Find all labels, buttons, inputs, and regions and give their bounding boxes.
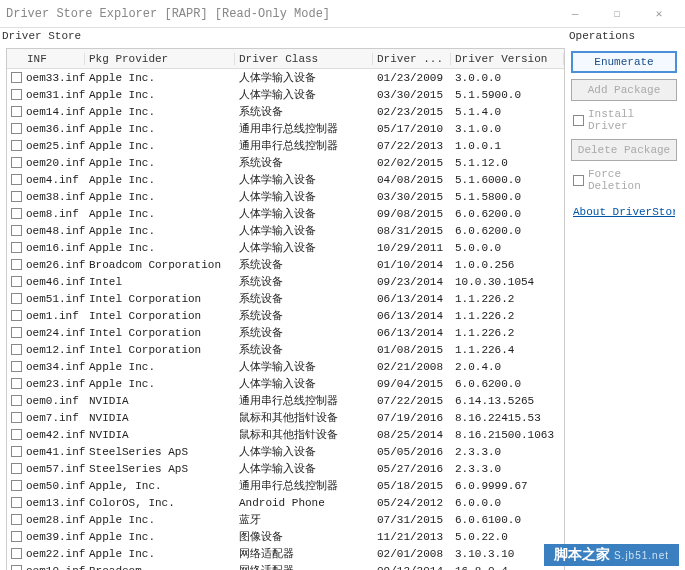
cell-version: 5.1.12.0 [451, 157, 564, 169]
force-deletion-checkbox[interactable] [573, 175, 584, 186]
cell-inf: oem14.inf [26, 106, 85, 118]
row-checkbox[interactable] [11, 395, 22, 406]
row-checkbox[interactable] [11, 140, 22, 151]
table-row[interactable]: oem33.infApple Inc.人体学输入设备01/23/20093.0.… [7, 69, 564, 86]
cell-class: 系统设备 [235, 308, 373, 323]
row-checkbox[interactable] [11, 497, 22, 508]
cell-class: 人体学输入设备 [235, 223, 373, 238]
cell-version: 6.0.6200.0 [451, 208, 564, 220]
row-checkbox[interactable] [11, 157, 22, 168]
footer-brand-text: 脚本之家 [554, 546, 610, 564]
row-checkbox[interactable] [11, 208, 22, 219]
row-checkbox[interactable] [11, 446, 22, 457]
cell-inf: oem8.inf [26, 208, 79, 220]
table-row[interactable]: oem41.infSteelSeries ApS人体学输入设备05/05/201… [7, 443, 564, 460]
cell-class: 人体学输入设备 [235, 87, 373, 102]
list-body[interactable]: oem33.infApple Inc.人体学输入设备01/23/20093.0.… [7, 69, 564, 570]
cell-inf: oem16.inf [26, 242, 85, 254]
row-checkbox[interactable] [11, 191, 22, 202]
cell-date: 09/08/2015 [373, 208, 451, 220]
cell-provider: Apple Inc. [85, 191, 235, 203]
table-row[interactable]: oem28.infApple Inc.蓝牙07/31/20156.0.6100.… [7, 511, 564, 528]
table-row[interactable]: oem14.infApple Inc.系统设备02/23/20155.1.4.0 [7, 103, 564, 120]
table-row[interactable]: oem20.infApple Inc.系统设备02/02/20155.1.12.… [7, 154, 564, 171]
force-deletion-option[interactable]: Force Deletion [573, 168, 675, 192]
table-row[interactable]: oem22.infApple Inc.网络适配器02/01/20083.10.3… [7, 545, 564, 562]
row-checkbox[interactable] [11, 174, 22, 185]
cell-inf: oem57.inf [26, 463, 85, 475]
row-checkbox[interactable] [11, 514, 22, 525]
row-checkbox[interactable] [11, 89, 22, 100]
row-checkbox[interactable] [11, 242, 22, 253]
row-checkbox[interactable] [11, 259, 22, 270]
cell-class: 鼠标和其他指针设备 [235, 410, 373, 425]
row-checkbox[interactable] [11, 225, 22, 236]
row-checkbox[interactable] [11, 531, 22, 542]
row-checkbox[interactable] [11, 327, 22, 338]
table-row[interactable]: oem50.infApple, Inc.通用串行总线控制器05/18/20156… [7, 477, 564, 494]
row-checkbox[interactable] [11, 123, 22, 134]
table-row[interactable]: oem10.infBroadcom网络适配器09/12/201416.8.0.4 [7, 562, 564, 570]
row-checkbox[interactable] [11, 310, 22, 321]
row-checkbox[interactable] [11, 72, 22, 83]
cell-provider: Apple Inc. [85, 225, 235, 237]
cell-date: 05/18/2015 [373, 480, 451, 492]
column-header-inf[interactable]: INF [7, 53, 85, 65]
table-row[interactable]: oem31.infApple Inc.人体学输入设备03/30/20155.1.… [7, 86, 564, 103]
table-row[interactable]: oem46.infIntel系统设备09/23/201410.0.30.1054 [7, 273, 564, 290]
table-row[interactable]: oem25.infApple Inc.通用串行总线控制器07/22/20131.… [7, 137, 564, 154]
table-row[interactable]: oem23.infApple Inc.人体学输入设备09/04/20156.0.… [7, 375, 564, 392]
cell-class: 人体学输入设备 [235, 70, 373, 85]
row-checkbox[interactable] [11, 344, 22, 355]
row-checkbox[interactable] [11, 378, 22, 389]
delete-package-button[interactable]: Delete Package [571, 139, 677, 161]
table-row[interactable]: oem39.infApple Inc.图像设备11/21/20135.0.22.… [7, 528, 564, 545]
table-row[interactable]: oem16.infApple Inc.人体学输入设备10/29/20115.0.… [7, 239, 564, 256]
cell-inf: oem46.inf [26, 276, 85, 288]
row-checkbox[interactable] [11, 106, 22, 117]
cell-provider: Intel Corporation [85, 310, 235, 322]
table-row[interactable]: oem13.infColorOS, Inc.Android Phone05/24… [7, 494, 564, 511]
column-header-provider[interactable]: Pkg Provider [85, 53, 235, 65]
row-checkbox[interactable] [11, 361, 22, 372]
cell-inf: oem31.inf [26, 89, 85, 101]
row-checkbox[interactable] [11, 565, 22, 570]
table-row[interactable]: oem26.infBroadcom Corporation系统设备01/10/2… [7, 256, 564, 273]
close-button[interactable]: ✕ [639, 2, 679, 26]
table-row[interactable]: oem34.infApple Inc.人体学输入设备02/21/20082.0.… [7, 358, 564, 375]
minimize-button[interactable]: — [555, 2, 595, 26]
maximize-button[interactable]: ☐ [597, 2, 637, 26]
about-link[interactable]: About DriverStoreExpl [573, 206, 675, 218]
row-checkbox[interactable] [11, 276, 22, 287]
row-checkbox[interactable] [11, 480, 22, 491]
table-row[interactable]: oem7.infNVIDIA鼠标和其他指针设备07/19/20168.16.22… [7, 409, 564, 426]
add-package-button[interactable]: Add Package [571, 79, 677, 101]
install-driver-option[interactable]: Install Driver [573, 108, 675, 132]
table-row[interactable]: oem12.infIntel Corporation系统设备01/08/2015… [7, 341, 564, 358]
cell-provider: Apple Inc. [85, 106, 235, 118]
table-row[interactable]: oem38.infApple Inc.人体学输入设备03/30/20155.1.… [7, 188, 564, 205]
cell-inf: oem50.inf [26, 480, 85, 492]
row-checkbox[interactable] [11, 463, 22, 474]
table-row[interactable]: oem1.infIntel Corporation系统设备06/13/20141… [7, 307, 564, 324]
row-checkbox[interactable] [11, 429, 22, 440]
column-header-date[interactable]: Driver ... [373, 53, 451, 65]
table-row[interactable]: oem4.infApple Inc.人体学输入设备04/08/20155.1.6… [7, 171, 564, 188]
cell-provider: SteelSeries ApS [85, 446, 235, 458]
column-header-class[interactable]: Driver Class [235, 53, 373, 65]
table-row[interactable]: oem8.infApple Inc.人体学输入设备09/08/20156.0.6… [7, 205, 564, 222]
row-checkbox[interactable] [11, 293, 22, 304]
table-row[interactable]: oem48.infApple Inc.人体学输入设备08/31/20156.0.… [7, 222, 564, 239]
table-row[interactable]: oem24.infIntel Corporation系统设备06/13/2014… [7, 324, 564, 341]
table-row[interactable]: oem0.infNVIDIA通用串行总线控制器07/22/20156.14.13… [7, 392, 564, 409]
table-row[interactable]: oem42.infNVIDIA鼠标和其他指针设备08/25/20148.16.2… [7, 426, 564, 443]
row-checkbox[interactable] [11, 548, 22, 559]
column-header-version[interactable]: Driver Version [451, 53, 564, 65]
table-row[interactable]: oem57.infSteelSeries ApS人体学输入设备05/27/201… [7, 460, 564, 477]
cell-class: 通用串行总线控制器 [235, 138, 373, 153]
row-checkbox[interactable] [11, 412, 22, 423]
table-row[interactable]: oem51.infIntel Corporation系统设备06/13/2014… [7, 290, 564, 307]
enumerate-button[interactable]: Enumerate [571, 51, 677, 73]
table-row[interactable]: oem36.infApple Inc.通用串行总线控制器05/17/20103.… [7, 120, 564, 137]
install-driver-checkbox[interactable] [573, 115, 584, 126]
